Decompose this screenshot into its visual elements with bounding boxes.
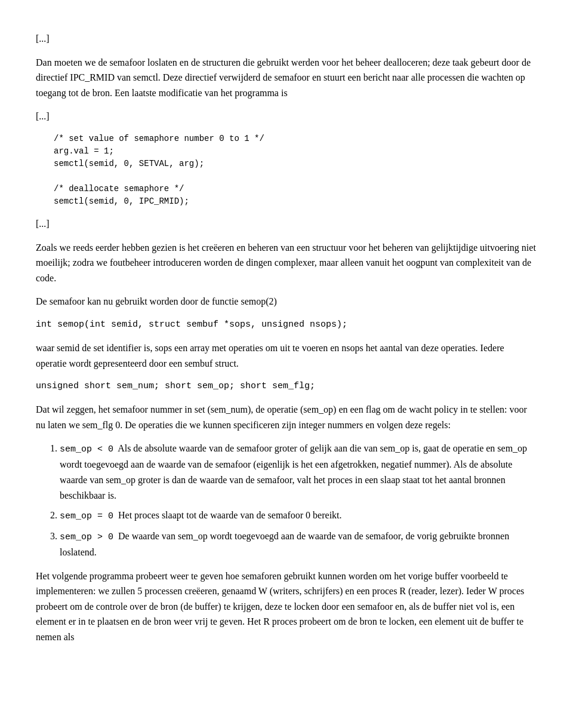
code-block-1: /* set value of semaphore number 0 to 1 …	[54, 133, 537, 208]
list-item-2-text: Het proces slaapt tot de waarde van de s…	[116, 510, 342, 520]
list-item-1: sem_op < 0 Als de absolute waarde van de…	[60, 441, 537, 503]
list-item-3-text: De waarde van sem_op wordt toegevoegd aa…	[60, 531, 509, 557]
paragraph-5: waar semid de set identifier is, sops ee…	[36, 340, 537, 371]
paragraph-3: De semafoor kan nu gebruikt worden door …	[36, 294, 537, 309]
paragraph-7: Dat wil zeggen, het semafoor nummer in s…	[36, 402, 537, 432]
paragraph-2: Zoals we reeds eerder hebben gezien is h…	[36, 240, 537, 286]
sem-op-list: sem_op < 0 Als de absolute waarde van de…	[60, 441, 537, 560]
ellipsis-3: [...]	[36, 216, 537, 232]
ellipsis-2: [...]	[36, 109, 537, 124]
list-item-3-label: sem_op > 0	[60, 532, 113, 542]
struct-fields: unsigned short sem_num; short sem_op; sh…	[36, 379, 537, 394]
list-item-1-label: sem_op < 0	[60, 444, 113, 454]
paragraph-1: Dan moeten we de semafoor loslaten en de…	[36, 55, 537, 101]
list-item-1-text: Als de absolute waarde van de semafoor g…	[60, 443, 527, 500]
list-item-3: sem_op > 0 De waarde van sem_op wordt to…	[60, 529, 537, 560]
list-item-2-label: sem_op = 0	[60, 511, 113, 521]
function-signature: int semop(int semid, struct sembuf *sops…	[36, 318, 537, 332]
list-item-2: sem_op = 0 Het proces slaapt tot de waar…	[60, 508, 537, 524]
ellipsis-1: [...]	[36, 31, 537, 47]
paragraph-8: Het volgende programma probeert weer te …	[36, 569, 537, 645]
